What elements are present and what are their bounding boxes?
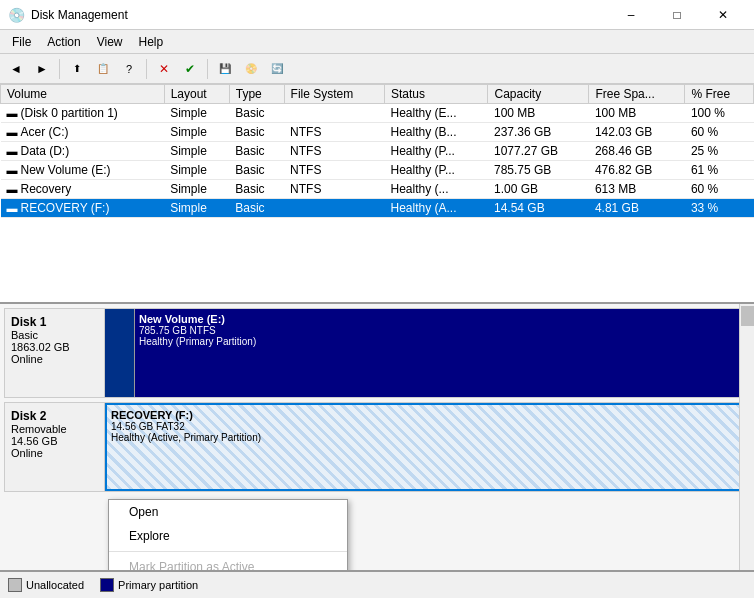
ctx-item-0[interactable]: Open: [109, 500, 347, 524]
properties-tb-button[interactable]: 📋: [91, 57, 115, 81]
legend-unallocated-box: [8, 578, 22, 592]
disk-row-2: Disk 2 Removable 14.56 GB Online RECOVER…: [4, 402, 750, 492]
disk-2-label: Disk 2 Removable 14.56 GB Online: [5, 403, 105, 491]
volume-table: Volume Layout Type File System Status Ca…: [0, 84, 754, 218]
disk-2-status: Online: [11, 447, 98, 459]
disk-1-size: 1863.02 GB: [11, 341, 98, 353]
disk-1-type: Basic: [11, 329, 98, 341]
table-row[interactable]: ▬New Volume (E:)SimpleBasicNTFSHealthy (…: [1, 161, 754, 180]
ctx-item-1[interactable]: Explore: [109, 524, 347, 548]
disk-area: Disk 1 Basic 1863.02 GB Online New Volum…: [0, 304, 754, 570]
up-button[interactable]: ⬆: [65, 57, 89, 81]
col-freespace[interactable]: Free Spa...: [589, 85, 685, 104]
main-content: Volume Layout Type File System Status Ca…: [0, 84, 754, 598]
legend-primary-label: Primary partition: [118, 579, 198, 591]
disk-2-p1-name: RECOVERY (F:): [111, 409, 743, 421]
col-layout[interactable]: Layout: [164, 85, 229, 104]
disk-1-partition-2[interactable]: New Volume (E:) 785.75 GB NTFS Healthy (…: [135, 309, 749, 397]
forward-button[interactable]: ►: [30, 57, 54, 81]
menu-view[interactable]: View: [89, 30, 131, 53]
partition-tb-button[interactable]: 📀: [239, 57, 263, 81]
close-button[interactable]: ✕: [700, 0, 746, 30]
col-status[interactable]: Status: [384, 85, 488, 104]
disk-1-p2-status: Healthy (Primary Partition): [139, 336, 744, 347]
table-row[interactable]: ▬RecoverySimpleBasicNTFSHealthy (...1.00…: [1, 180, 754, 199]
refresh-tb-button[interactable]: 🔄: [265, 57, 289, 81]
menu-help[interactable]: Help: [131, 30, 172, 53]
col-type[interactable]: Type: [229, 85, 284, 104]
disk-1-partition-1[interactable]: [105, 309, 135, 397]
vertical-scrollbar[interactable]: [739, 304, 754, 570]
minimize-button[interactable]: –: [608, 0, 654, 30]
disk-1-status: Online: [11, 353, 98, 365]
disk-2-p1-status: Healthy (Active, Primary Partition): [111, 432, 743, 443]
title-bar: 💿 Disk Management – □ ✕: [0, 0, 754, 30]
legend-unallocated-label: Unallocated: [26, 579, 84, 591]
disk-tb-button[interactable]: 💾: [213, 57, 237, 81]
table-row[interactable]: ▬(Disk 0 partition 1)SimpleBasicHealthy …: [1, 104, 754, 123]
context-menu: OpenExploreMark Partition as ActiveChang…: [108, 499, 348, 570]
disk-2-type: Removable: [11, 423, 98, 435]
col-volume[interactable]: Volume: [1, 85, 165, 104]
maximize-button[interactable]: □: [654, 0, 700, 30]
delete-tb-button[interactable]: ✕: [152, 57, 176, 81]
legend-primary: Primary partition: [100, 578, 198, 592]
disk-2-p1-size: 14.56 GB FAT32: [111, 421, 743, 432]
disk-1-label: Disk 1 Basic 1863.02 GB Online: [5, 309, 105, 397]
table-row[interactable]: ▬Data (D:)SimpleBasicNTFSHealthy (P...10…: [1, 142, 754, 161]
app-icon: 💿: [8, 7, 25, 23]
disk-1-p2-name: New Volume (E:): [139, 313, 744, 325]
legend: Unallocated Primary partition: [0, 570, 754, 598]
col-filesystem[interactable]: File System: [284, 85, 384, 104]
disk-2-partition-1[interactable]: RECOVERY (F:) 14.56 GB FAT32 Healthy (Ac…: [105, 403, 749, 491]
disk-2-partitions: RECOVERY (F:) 14.56 GB FAT32 Healthy (Ac…: [105, 403, 749, 491]
disk-row-1: Disk 1 Basic 1863.02 GB Online New Volum…: [4, 308, 750, 398]
menu-file[interactable]: File: [4, 30, 39, 53]
disk-1-p2-size: 785.75 GB NTFS: [139, 325, 744, 336]
table-row[interactable]: ▬RECOVERY (F:)SimpleBasicHealthy (A...14…: [1, 199, 754, 218]
col-capacity[interactable]: Capacity: [488, 85, 589, 104]
table-row[interactable]: ▬Acer (C:)SimpleBasicNTFSHealthy (B...23…: [1, 123, 754, 142]
disk-2-size: 14.56 GB: [11, 435, 98, 447]
volume-table-area: Volume Layout Type File System Status Ca…: [0, 84, 754, 304]
back-button[interactable]: ◄: [4, 57, 28, 81]
scrollbar-thumb[interactable]: [741, 306, 754, 326]
ctx-item-2[interactable]: Mark Partition as Active: [109, 555, 347, 570]
window-title: Disk Management: [31, 8, 608, 22]
menu-bar: File Action View Help: [0, 30, 754, 54]
disk-1-name: Disk 1: [11, 315, 98, 329]
disk-2-name: Disk 2: [11, 409, 98, 423]
disk-1-partitions: New Volume (E:) 785.75 GB NTFS Healthy (…: [105, 309, 749, 397]
check-tb-button[interactable]: ✔: [178, 57, 202, 81]
legend-unallocated: Unallocated: [8, 578, 84, 592]
ctx-sep-1: [109, 551, 347, 552]
col-pctfree[interactable]: % Free: [685, 85, 754, 104]
legend-primary-box: [100, 578, 114, 592]
menu-action[interactable]: Action: [39, 30, 88, 53]
toolbar: ◄ ► ⬆ 📋 ? ✕ ✔ 💾 📀 🔄: [0, 54, 754, 84]
help-tb-button[interactable]: ?: [117, 57, 141, 81]
